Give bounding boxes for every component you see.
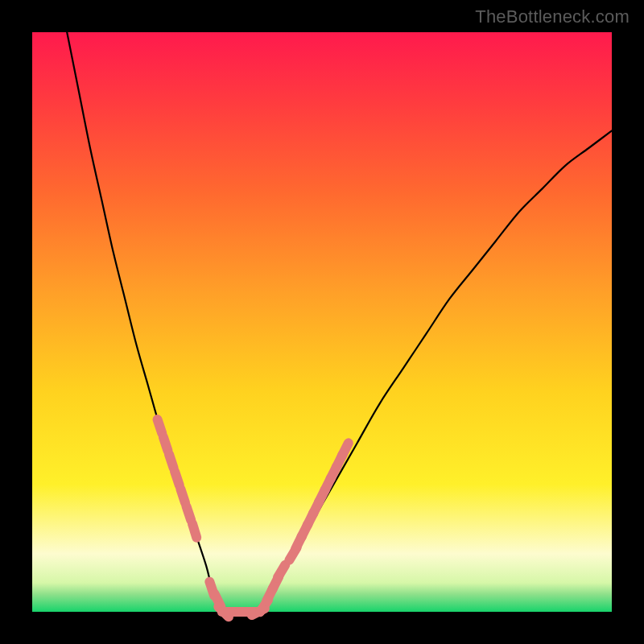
markers-group [158, 419, 349, 617]
marker-capsule [342, 443, 349, 456]
plot-area [32, 32, 612, 612]
marker-capsule [278, 565, 285, 577]
series-group [67, 32, 612, 613]
marker-capsule [180, 489, 185, 502]
chart-svg [32, 32, 612, 612]
marker-capsule [192, 524, 196, 538]
chart-frame: TheBottleneck.com [0, 0, 644, 644]
marker-capsule [163, 437, 168, 451]
watermark-text: TheBottleneck.com [475, 6, 630, 27]
marker-capsule [169, 454, 174, 468]
marker-capsule [187, 506, 192, 520]
bottleneck-curve [67, 32, 612, 613]
marker-capsule [158, 419, 163, 433]
marker-capsule [175, 472, 180, 485]
